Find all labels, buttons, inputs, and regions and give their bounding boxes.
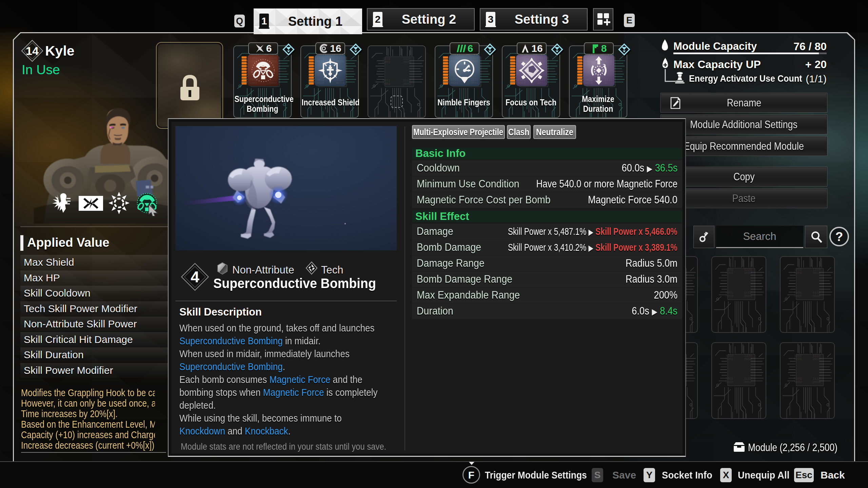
svg-text:14: 14 bbox=[26, 44, 39, 57]
svg-text:4: 4 bbox=[191, 268, 199, 286]
svg-text:2: 2 bbox=[375, 14, 381, 25]
svg-text:1: 1 bbox=[261, 15, 267, 26]
svg-text:3: 3 bbox=[488, 14, 494, 25]
